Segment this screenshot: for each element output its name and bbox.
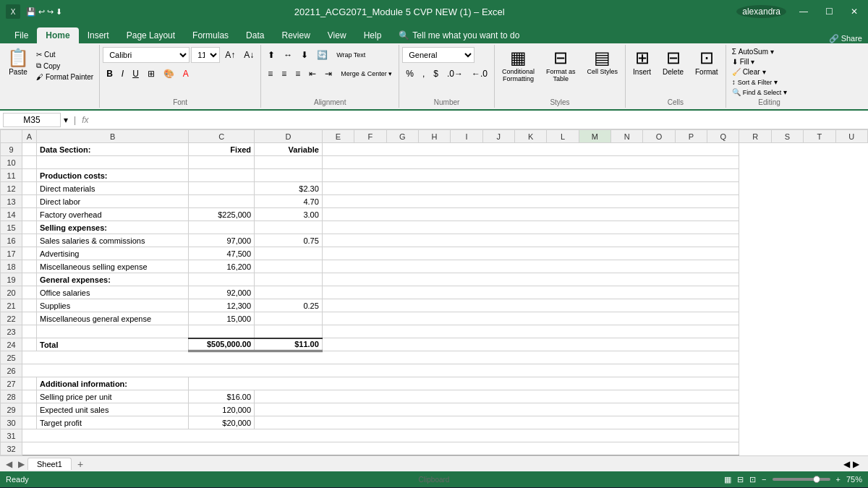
col-header-i[interactable]: I bbox=[451, 130, 482, 143]
increase-font-button[interactable]: A↑ bbox=[221, 47, 239, 63]
cell-rest-11[interactable] bbox=[322, 169, 739, 182]
tab-file[interactable]: File bbox=[6, 27, 37, 43]
cell-rest-28[interactable] bbox=[255, 390, 739, 403]
cell-rest-15[interactable] bbox=[322, 221, 739, 234]
font-color-button[interactable]: A bbox=[179, 66, 192, 82]
minimize-button[interactable]: — bbox=[795, 7, 812, 17]
scroll-right-icon[interactable]: ▶ bbox=[853, 459, 859, 469]
clear-button[interactable]: 🧹 Clear ▾ bbox=[729, 67, 769, 77]
cell-a20[interactable] bbox=[22, 286, 37, 299]
cell-c14[interactable]: $225,000 bbox=[189, 208, 255, 221]
cell-d24[interactable]: $11.00 bbox=[255, 338, 323, 351]
cell-ab33[interactable] bbox=[22, 455, 189, 456]
find-select-button[interactable]: 🔍 Find & Select ▾ bbox=[729, 87, 791, 97]
col-header-q[interactable]: Q bbox=[707, 130, 739, 143]
cell-c24[interactable]: $505,000.00 bbox=[189, 338, 255, 351]
fill-button[interactable]: ⬇ Fill ▾ bbox=[729, 57, 758, 67]
cell-c16[interactable]: 97,000 bbox=[189, 234, 255, 247]
close-button[interactable]: ✕ bbox=[846, 7, 862, 17]
align-right-button[interactable]: ≡ bbox=[292, 66, 304, 82]
col-header-d[interactable]: D bbox=[255, 130, 323, 143]
cell-b23[interactable] bbox=[37, 325, 189, 338]
cell-b18[interactable]: Miscellaneous selling expense bbox=[37, 260, 189, 273]
cell-b9[interactable]: Data Section: bbox=[37, 143, 189, 156]
sheet-prev-button[interactable]: ◀ bbox=[3, 459, 15, 469]
font-family-select[interactable]: Calibri bbox=[103, 47, 190, 63]
share-button[interactable]: 🔗 Share bbox=[823, 34, 868, 43]
copy-button[interactable]: ⧉ Copy bbox=[33, 61, 96, 71]
cell-c11[interactable] bbox=[189, 169, 255, 182]
cell-c9[interactable]: Fixed bbox=[189, 143, 255, 156]
bold-button[interactable]: B bbox=[103, 66, 116, 82]
cell-b20[interactable]: Office salaries bbox=[37, 286, 189, 299]
cell-c19[interactable] bbox=[189, 273, 255, 286]
cell-c12[interactable] bbox=[189, 182, 255, 195]
cell-a23[interactable] bbox=[22, 325, 37, 338]
align-middle-button[interactable]: ↔ bbox=[280, 47, 296, 63]
sort-filter-button[interactable]: ↕ Sort & Filter ▾ bbox=[729, 77, 781, 87]
paste-button[interactable]: 📋 Paste bbox=[3, 47, 33, 78]
cell-a14[interactable] bbox=[22, 208, 37, 221]
cell-a28[interactable] bbox=[22, 390, 37, 403]
cell-b17[interactable]: Advertising bbox=[37, 247, 189, 260]
cell-a16[interactable] bbox=[22, 234, 37, 247]
cell-rest-29[interactable] bbox=[255, 403, 739, 416]
col-header-c[interactable]: C bbox=[189, 130, 255, 143]
cell-a15[interactable] bbox=[22, 221, 37, 234]
name-box[interactable] bbox=[3, 113, 61, 127]
tab-page-layout[interactable]: Page Layout bbox=[118, 27, 184, 43]
wrap-text-button[interactable]: Wrap Text bbox=[333, 47, 369, 63]
cell-e9[interactable] bbox=[322, 143, 739, 156]
cell-d14[interactable]: 3.00 bbox=[255, 208, 323, 221]
cell-rest-31[interactable] bbox=[22, 429, 739, 442]
cell-c18[interactable]: 16,200 bbox=[189, 260, 255, 273]
col-header-k[interactable]: K bbox=[514, 130, 546, 143]
cell-rest-27[interactable] bbox=[189, 377, 739, 390]
cell-a9[interactable] bbox=[22, 143, 37, 156]
increase-decimal-button[interactable]: .0→ bbox=[443, 66, 467, 82]
italic-button[interactable]: I bbox=[118, 66, 127, 82]
dollar-button[interactable]: $ bbox=[430, 66, 442, 82]
cell-rest-22[interactable] bbox=[322, 312, 739, 325]
scroll-left-icon[interactable]: ◀ bbox=[843, 459, 850, 469]
decrease-decimal-button[interactable]: ←.0 bbox=[468, 66, 491, 82]
fill-color-button[interactable]: 🎨 bbox=[160, 66, 178, 82]
cell-c33[interactable] bbox=[189, 455, 255, 456]
cell-d17[interactable] bbox=[255, 247, 323, 260]
cell-rest-24[interactable] bbox=[322, 338, 739, 351]
increase-indent-button[interactable]: ⇥ bbox=[321, 66, 336, 82]
delete-button[interactable]: ⊟ Delete bbox=[658, 47, 688, 78]
col-header-m[interactable]: M bbox=[579, 130, 610, 143]
cell-rest-21[interactable] bbox=[322, 299, 739, 312]
cell-d20[interactable] bbox=[255, 286, 323, 299]
cell-rest-12[interactable] bbox=[322, 182, 739, 195]
cell-rest-14[interactable] bbox=[322, 208, 739, 221]
col-header-j[interactable]: J bbox=[482, 130, 514, 143]
number-format-select[interactable]: General bbox=[402, 47, 475, 63]
cell-b30[interactable]: Target profit bbox=[37, 416, 189, 429]
cell-c22[interactable]: 15,000 bbox=[189, 312, 255, 325]
cell-b29[interactable]: Expected unit sales bbox=[37, 403, 189, 416]
cell-d11[interactable] bbox=[255, 169, 323, 182]
col-header-n[interactable]: N bbox=[611, 130, 643, 143]
tab-data[interactable]: Data bbox=[237, 27, 273, 43]
text-orientation-button[interactable]: 🔄 bbox=[313, 47, 331, 63]
cell-a29[interactable] bbox=[22, 403, 37, 416]
col-header-b[interactable]: B bbox=[37, 130, 189, 143]
cell-a30[interactable] bbox=[22, 416, 37, 429]
cell-d33[interactable] bbox=[255, 455, 323, 456]
col-header-a[interactable]: A bbox=[22, 130, 37, 143]
cell-c15[interactable] bbox=[189, 221, 255, 234]
cell-c30[interactable]: $20,000 bbox=[189, 416, 255, 429]
cell-c29[interactable]: 120,000 bbox=[189, 403, 255, 416]
col-header-u[interactable]: U bbox=[835, 130, 867, 143]
cell-c10[interactable] bbox=[189, 156, 255, 169]
cell-b21[interactable]: Supplies bbox=[37, 299, 189, 312]
cell-a17[interactable] bbox=[22, 247, 37, 260]
cell-b27[interactable]: Additional information: bbox=[37, 377, 189, 390]
name-box-dropdown-icon[interactable]: ▾ bbox=[64, 115, 68, 125]
cell-d18[interactable] bbox=[255, 260, 323, 273]
col-header-f[interactable]: F bbox=[354, 130, 386, 143]
cell-d13[interactable]: 4.70 bbox=[255, 195, 323, 208]
cell-b19[interactable]: General expenses: bbox=[37, 273, 189, 286]
